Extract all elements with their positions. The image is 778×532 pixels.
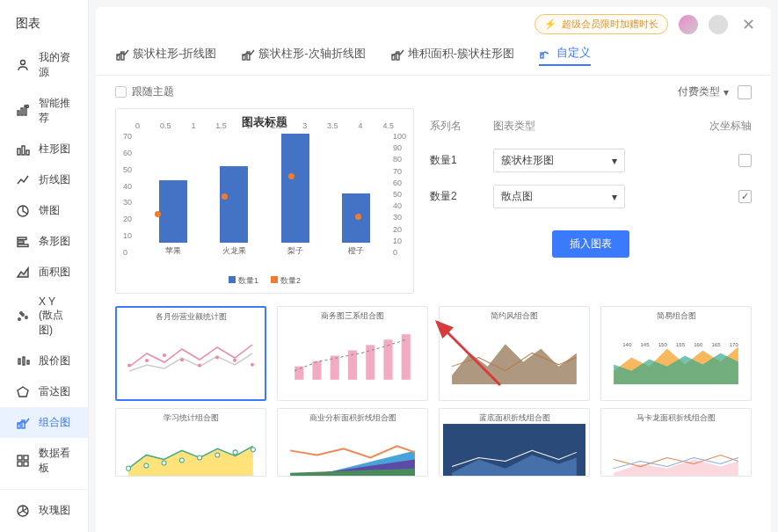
sidebar-item-line[interactable]: 折线图 xyxy=(0,164,88,195)
svg-rect-11 xyxy=(18,244,28,247)
svg-text:165: 165 xyxy=(712,342,722,347)
svg-point-42 xyxy=(233,359,236,362)
svg-point-62 xyxy=(198,455,202,460)
area-icon xyxy=(16,266,30,280)
sidebar-item-radar[interactable]: 雷达图 xyxy=(0,376,88,407)
scatter-dot xyxy=(222,193,228,200)
tab-icon xyxy=(539,47,551,59)
svg-text:140: 140 xyxy=(622,342,632,347)
pay-type-dropdown[interactable]: 付费类型 ▾ xyxy=(678,84,729,99)
svg-rect-6 xyxy=(22,146,25,155)
toolbar: 跟随主题 付费类型 ▾ xyxy=(96,76,771,108)
avatar-secondary[interactable] xyxy=(709,15,728,34)
chevron-down-icon: ▾ xyxy=(612,155,617,167)
svg-point-65 xyxy=(251,448,255,452)
svg-point-64 xyxy=(233,450,237,455)
chevron-down-icon: ▾ xyxy=(723,86,729,98)
svg-rect-44 xyxy=(294,367,303,380)
bar xyxy=(220,166,248,243)
sidebar-item-hbar[interactable]: 条形图 xyxy=(0,226,88,257)
grid-view-icon[interactable] xyxy=(738,85,752,99)
avatar[interactable] xyxy=(679,15,698,34)
svg-text:155: 155 xyxy=(676,342,686,347)
svg-rect-25 xyxy=(24,462,28,466)
chart-type-select-0[interactable]: 簇状柱形图▾ xyxy=(493,149,625,172)
user-icon xyxy=(16,58,30,72)
svg-point-36 xyxy=(127,364,131,368)
sidebar-item-combo[interactable]: 组合图 xyxy=(0,407,88,438)
scatter-icon xyxy=(16,310,30,324)
svg-rect-9 xyxy=(18,237,26,240)
sidebar-item-dashboard[interactable]: 数据看板 xyxy=(0,438,88,484)
template-card[interactable]: 学习统计组合图 xyxy=(115,408,266,477)
stock-icon xyxy=(16,354,30,368)
svg-rect-2 xyxy=(21,108,23,115)
template-card[interactable]: 马卡龙面积折线组合图 xyxy=(600,408,752,477)
secondary-axis-checkbox-0[interactable] xyxy=(738,154,752,167)
template-card[interactable]: 商业分析面积折线组合图 xyxy=(277,408,428,477)
tab-3[interactable]: 自定义 xyxy=(539,45,591,66)
svg-point-41 xyxy=(215,356,219,360)
dashboard-icon xyxy=(16,454,30,468)
follow-theme-checkbox[interactable]: 跟随主题 xyxy=(115,84,174,99)
series-name: 数量2 xyxy=(430,189,493,204)
bar xyxy=(159,180,187,243)
sidebar-item-jade[interactable]: 玉玦图 xyxy=(0,526,88,532)
svg-point-0 xyxy=(21,61,25,65)
tab-2[interactable]: 堆积面积-簇状柱形图 xyxy=(390,46,514,65)
svg-text:150: 150 xyxy=(658,342,668,347)
chart-type-select-1[interactable]: 散点图▾ xyxy=(493,185,625,208)
svg-rect-45 xyxy=(312,361,321,380)
svg-point-40 xyxy=(198,363,201,367)
tab-1[interactable]: 簇状柱形-次轴折线图 xyxy=(241,46,365,65)
template-card[interactable]: 简约风组合图 xyxy=(439,306,590,401)
scatter-dot xyxy=(288,173,294,179)
insert-chart-button[interactable]: 插入图表 xyxy=(552,230,629,258)
svg-point-58 xyxy=(127,466,131,470)
svg-rect-7 xyxy=(26,150,29,155)
svg-point-59 xyxy=(144,463,149,468)
svg-point-15 xyxy=(20,312,22,314)
header: ⚡ 超级会员限时加赠时长 ✕ xyxy=(96,7,771,41)
rose-icon xyxy=(16,504,30,518)
svg-point-60 xyxy=(162,461,166,465)
sidebar-item-scatter[interactable]: X Y (散点图) xyxy=(0,288,88,346)
template-card[interactable]: 蓝底面积折线组合图 xyxy=(439,408,590,477)
sidebar-item-sparkle[interactable]: 智能推荐 xyxy=(0,88,88,134)
line-icon xyxy=(16,173,30,187)
svg-point-38 xyxy=(163,353,166,357)
svg-rect-48 xyxy=(366,345,374,379)
tab-icon xyxy=(241,47,253,60)
svg-marker-19 xyxy=(18,387,28,397)
svg-rect-16 xyxy=(18,359,20,364)
template-gallery: 各月份营业额统计图商务图三系组合图简约风组合图简易组合图140145150155… xyxy=(96,294,771,408)
template-card[interactable]: 简易组合图140145150155160165170 xyxy=(600,306,752,401)
secondary-axis-checkbox-1[interactable] xyxy=(738,190,752,203)
sidebar-item-bar[interactable]: 柱形图 xyxy=(0,134,88,164)
svg-point-12 xyxy=(18,318,20,320)
svg-rect-5 xyxy=(18,149,20,155)
sparkle-icon xyxy=(16,104,30,118)
tab-icon xyxy=(115,47,127,60)
sidebar-item-pie[interactable]: 饼图 xyxy=(0,195,88,226)
vip-badge[interactable]: ⚡ 超级会员限时加赠时长 xyxy=(534,14,668,34)
sidebar-divider xyxy=(0,489,88,490)
svg-point-14 xyxy=(25,317,27,318)
svg-point-39 xyxy=(180,358,184,361)
chart-legend: 数量1 数量2 xyxy=(127,273,403,289)
chevron-down-icon: ▾ xyxy=(612,191,617,203)
radar-icon xyxy=(16,385,30,399)
svg-point-43 xyxy=(251,363,254,367)
sidebar-item-user[interactable]: 我的资源 xyxy=(0,42,88,88)
tab-0[interactable]: 簇状柱形-折线图 xyxy=(115,46,216,65)
tab-icon xyxy=(390,47,403,60)
svg-rect-10 xyxy=(18,241,24,244)
template-card[interactable]: 商务图三系组合图 xyxy=(277,306,428,401)
sidebar-item-rose[interactable]: 玫瑰图 xyxy=(0,495,88,526)
sidebar-item-area[interactable]: 面积图 xyxy=(0,257,88,288)
sidebar-item-stock[interactable]: 股价图 xyxy=(0,346,88,376)
svg-rect-1 xyxy=(18,111,19,115)
svg-rect-18 xyxy=(27,361,29,364)
template-card[interactable]: 各月份营业额统计图 xyxy=(115,306,266,401)
close-icon[interactable]: ✕ xyxy=(738,15,759,34)
